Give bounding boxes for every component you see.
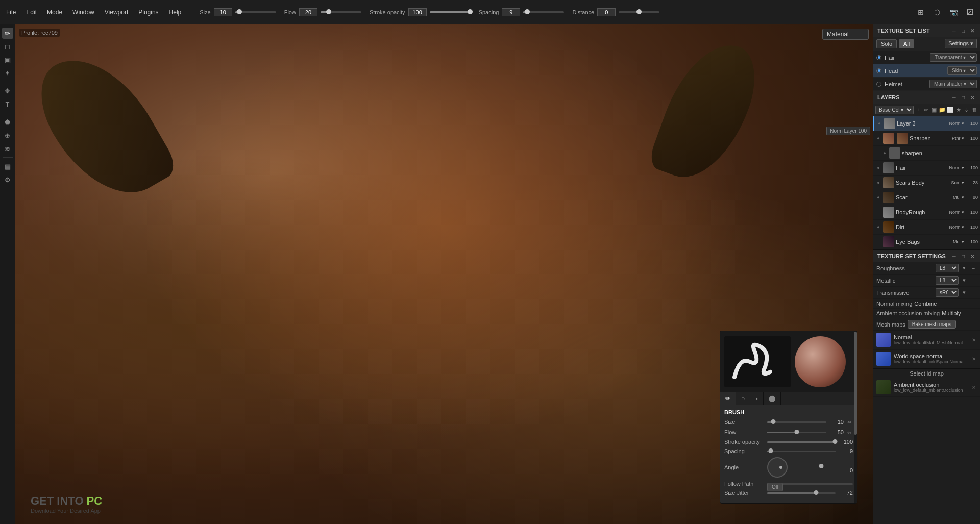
layers-header[interactable]: LAYERS ─ □ ✕ xyxy=(873,91,980,104)
layer-vis-sharpen[interactable]: ● xyxy=(875,135,881,141)
layer-blend-layer3[interactable]: Norm ▾ xyxy=(949,121,965,126)
layers-paint-icon[interactable]: ✏ xyxy=(923,105,930,114)
tsl-solo-btn[interactable]: Solo xyxy=(876,39,897,48)
menu-edit[interactable]: Edit xyxy=(24,8,39,17)
layer-vis-dirt[interactable]: ● xyxy=(875,224,881,230)
layers-fill-icon[interactable]: ▣ xyxy=(930,105,938,114)
tsl-shader-helmet[interactable]: Main shader ▾ xyxy=(929,80,977,88)
brush-spacing-slider[interactable] xyxy=(767,451,836,452)
material-select[interactable]: Material Base Color Roughness Metallic xyxy=(822,29,869,40)
tsl-close-icon[interactable]: ✕ xyxy=(969,27,976,34)
tsl-all-btn[interactable]: All xyxy=(899,39,914,48)
tool-clone[interactable]: ⊕ xyxy=(2,130,13,141)
flow-value[interactable]: 20 xyxy=(299,8,317,16)
brush-size-slider[interactable] xyxy=(767,421,826,423)
mesh-map-normal[interactable]: Normal low_low_defaultMat_MeshNormal ✕ xyxy=(873,331,980,350)
brush-stroke-opacity-slider[interactable] xyxy=(767,441,836,443)
layers-effect-icon[interactable]: ★ xyxy=(955,105,962,114)
tool-eyedropper[interactable]: ✦ xyxy=(2,67,13,79)
tool-text[interactable]: T xyxy=(2,98,13,110)
layer-item-eyebags[interactable]: ● Eye Bags Mul ▾ 100 xyxy=(873,235,980,249)
brush-flow-icon[interactable]: ⇔ xyxy=(846,429,853,436)
layer-vis-sharpen-sub[interactable]: ● xyxy=(881,150,888,156)
layer-item-sharpen[interactable]: ● Sharpen Pthr ▾ 100 xyxy=(873,131,980,146)
brush-tab-material[interactable]: ⬤ xyxy=(764,392,781,405)
brush-tab-properties[interactable]: ○ xyxy=(736,392,750,405)
spacing-slider[interactable] xyxy=(523,11,564,13)
layer-item-hair[interactable]: ● Hair Norm ▾ 100 xyxy=(873,161,980,176)
brush-angle-dial[interactable] xyxy=(767,457,788,478)
layers-mask-icon[interactable]: ⬜ xyxy=(947,105,954,114)
tss-transmissive-remove[interactable]: ▾ xyxy=(961,289,968,296)
layer-item-scars-body[interactable]: ● Scars Body Scm ▾ 28 xyxy=(873,176,980,190)
tsl-maximize-icon[interactable]: □ xyxy=(960,27,967,34)
tss-metallic-format[interactable]: L8 L16 xyxy=(936,276,959,285)
viewport-2d-btn[interactable]: ⊞ xyxy=(915,6,927,18)
tsl-minimize-icon[interactable]: ─ xyxy=(950,27,958,34)
layers-maximize-icon[interactable]: □ xyxy=(960,94,967,101)
mesh-map-world-normal[interactable]: World space normal low_low_default_orldS… xyxy=(873,350,980,368)
menu-plugins[interactable]: Plugins xyxy=(136,8,160,17)
tsl-shader-hair[interactable]: Transparent ▾ xyxy=(930,53,977,62)
tsl-shader-head[interactable]: Skin ▾ xyxy=(947,66,977,75)
tsl-item-head[interactable]: Head Skin ▾ xyxy=(873,64,980,78)
stroke-opacity-value[interactable]: 100 xyxy=(408,8,427,16)
tss-metallic-remove[interactable]: ▾ xyxy=(961,277,968,284)
tsl-item-helmet[interactable]: Helmet Main shader ▾ xyxy=(873,78,980,91)
layers-add-icon[interactable]: + xyxy=(915,105,922,114)
texture-set-list-header[interactable]: TEXTURE SET LIST ─ □ ✕ xyxy=(873,24,980,37)
tss-transmissive-minus[interactable]: − xyxy=(970,289,977,296)
layers-blend-mode-select[interactable]: Base Col ▾ xyxy=(875,106,914,114)
layer-blend-dirt[interactable]: Norm ▾ xyxy=(949,224,965,230)
layers-group-icon[interactable]: 📁 xyxy=(939,105,946,114)
menu-file[interactable]: File xyxy=(4,8,18,17)
tool-fill[interactable]: ▣ xyxy=(2,54,13,65)
layers-close-icon[interactable]: ✕ xyxy=(969,94,976,101)
layers-delete-icon[interactable]: 🗑 xyxy=(971,105,978,114)
layer-item-layer3[interactable]: ● Layer 3 Norm ▾ 100 xyxy=(873,116,980,131)
tool-settings[interactable]: ⚙ xyxy=(2,174,13,185)
size-value[interactable]: 10 xyxy=(214,8,232,16)
brush-size-jitter-slider[interactable] xyxy=(767,492,836,494)
tool-brush[interactable]: ✏ xyxy=(2,28,13,39)
tss-bake-btn[interactable]: Bake mesh maps xyxy=(908,320,956,329)
tool-transform[interactable]: ✥ xyxy=(2,85,13,96)
tss-close-icon[interactable]: ✕ xyxy=(969,253,976,260)
stroke-opacity-slider[interactable] xyxy=(430,11,471,13)
layer-blend-scars-body[interactable]: Scm ▾ xyxy=(951,180,964,185)
follow-path-toggle[interactable]: Off xyxy=(767,483,783,491)
viewport[interactable]: Profile: rec709 Material Base Color Roug… xyxy=(15,24,873,524)
layer-vis-scars-body[interactable]: ● xyxy=(875,180,881,186)
layers-merge-icon[interactable]: ⇓ xyxy=(963,105,970,114)
layer-blend-bodyrough[interactable]: Norm ▾ xyxy=(949,210,965,215)
layer-vis-scar[interactable]: ● xyxy=(875,194,881,201)
tool-layers[interactable]: ▤ xyxy=(2,161,13,172)
mesh-map-ao[interactable]: Ambient occlusion low_low_default_mbient… xyxy=(873,378,980,397)
camera-btn[interactable]: 📷 xyxy=(947,6,960,18)
brush-panel-scrollbar[interactable] xyxy=(854,331,857,503)
tool-smudge[interactable]: ≋ xyxy=(2,143,13,154)
tss-transmissive-format[interactable]: sRGB8 RGB16 xyxy=(936,288,959,297)
tss-maximize-icon[interactable]: □ xyxy=(960,253,967,260)
tool-polygon[interactable]: ⬟ xyxy=(2,116,13,128)
tss-roughness-minus[interactable]: − xyxy=(970,265,977,272)
tsl-item-hair[interactable]: Hair Transparent ▾ xyxy=(873,51,980,64)
mesh-map-world-normal-close[interactable]: ✕ xyxy=(971,356,977,362)
size-slider[interactable] xyxy=(235,11,276,13)
tss-roughness-remove[interactable]: ▾ xyxy=(961,265,968,272)
viewport-canvas[interactable]: Profile: rec709 Material Base Color Roug… xyxy=(15,24,873,524)
brush-tab-stroke[interactable]: ✏ xyxy=(720,392,736,405)
layer-item-sharpen-sub[interactable]: ● sharpen xyxy=(873,146,980,161)
layer-item-scar[interactable]: ● Scar Mul ▾ 80 xyxy=(873,190,980,205)
mesh-map-ao-close[interactable]: ✕ xyxy=(971,384,977,390)
brush-flow-slider[interactable] xyxy=(767,432,826,433)
spacing-value[interactable]: 9 xyxy=(502,8,520,16)
tss-roughness-format[interactable]: L8 L16 xyxy=(936,264,959,272)
viewport-3d-btn[interactable]: ⬡ xyxy=(931,6,943,18)
layer-blend-eyebags[interactable]: Mul ▾ xyxy=(953,239,964,244)
menu-help[interactable]: Help xyxy=(167,8,184,17)
layer-vis-hair[interactable]: ● xyxy=(875,165,881,171)
tss-minimize-icon[interactable]: ─ xyxy=(950,253,958,260)
mesh-map-normal-close[interactable]: ✕ xyxy=(971,337,977,343)
distance-slider[interactable] xyxy=(619,11,659,13)
